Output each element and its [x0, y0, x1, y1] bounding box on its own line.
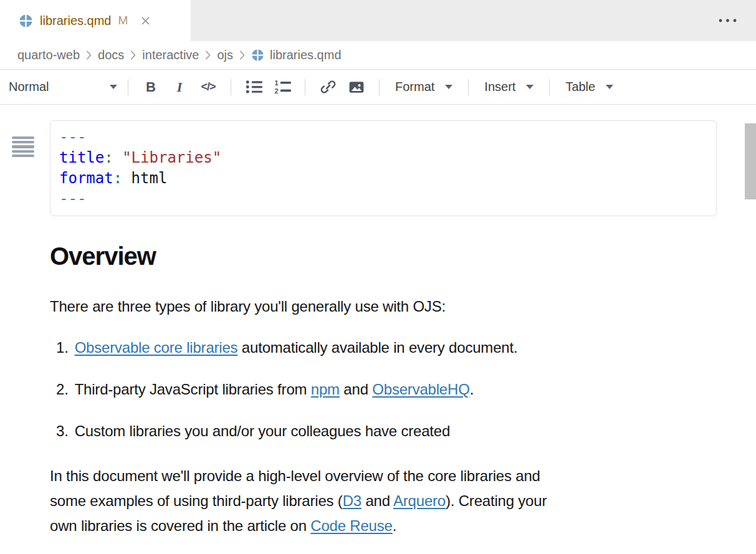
- page-title: Overview: [50, 244, 756, 269]
- code-line: ---: [59, 189, 707, 209]
- text-segment: .: [470, 381, 474, 398]
- list-item-text: Custom libraries you and/or your colleag…: [75, 422, 450, 441]
- code-line: title: "Libraries": [59, 148, 707, 168]
- code-line: format: html: [59, 168, 707, 189]
- toolbar-divider: [231, 79, 231, 95]
- numbered-list-button[interactable]: 1 2: [268, 75, 297, 100]
- library-types-list: 1.Observable core libraries automaticall…: [0, 338, 756, 441]
- formatting-toolbar: Normal B I </> 1 2: [0, 70, 756, 105]
- text-segment: Third-party JavaScript libraries from: [75, 381, 311, 398]
- paragraph-style-label: Normal: [9, 80, 49, 94]
- code-line: ---: [59, 127, 707, 148]
- chevron-down-icon: [110, 85, 117, 89]
- image-button[interactable]: [342, 75, 371, 100]
- breadcrumb-chevron-icon: [205, 50, 211, 60]
- text-segment: In this document we'll provide a high-le…: [50, 467, 540, 484]
- format-menu[interactable]: Format: [388, 80, 460, 94]
- format-menu-label: Format: [395, 80, 434, 94]
- toolbar-divider: [305, 79, 305, 95]
- breadcrumb-item-ojs[interactable]: ojs: [217, 48, 233, 62]
- toolbar-divider: [549, 79, 550, 95]
- breadcrumb-item-docs[interactable]: docs: [98, 48, 124, 62]
- list-item-2: 2.Third-party JavaScript libraries from …: [56, 380, 717, 399]
- chevron-down-icon: [606, 85, 613, 89]
- svg-text:2: 2: [274, 87, 278, 94]
- code-token-key: title: [59, 149, 104, 166]
- italic-button[interactable]: I: [165, 75, 194, 100]
- paragraph-line: some examples of using third-party libra…: [50, 489, 706, 513]
- code-icon: </>: [201, 80, 215, 93]
- bold-icon: B: [146, 79, 156, 95]
- list-item-3: 3.Custom libraries you and/or your colle…: [56, 422, 717, 441]
- quarto-file-icon: [251, 49, 264, 62]
- text-segment: ). Creating your: [446, 492, 547, 509]
- modified-badge: M: [118, 14, 128, 27]
- bulleted-list-button[interactable]: [239, 75, 268, 100]
- table-menu-label: Table: [565, 80, 595, 94]
- bold-button[interactable]: B: [136, 75, 165, 100]
- doc-link-npm[interactable]: npm: [311, 381, 340, 398]
- text-segment: Custom libraries you and/or your colleag…: [75, 423, 450, 439]
- paragraph-style-dropdown[interactable]: Normal: [9, 80, 120, 94]
- toolbar-divider: [128, 79, 128, 95]
- code-token-key: format: [59, 170, 113, 187]
- chevron-down-icon: [445, 85, 452, 89]
- code-token-dash: ---: [59, 190, 86, 208]
- scrollbar-thumb[interactable]: [745, 123, 756, 199]
- link-icon: [320, 79, 336, 95]
- breadcrumb-item-quarto-web[interactable]: quarto-web: [17, 48, 80, 62]
- tab-bar: libraries.qmd M: [0, 0, 756, 41]
- breadcrumb-item-libraries-qmd[interactable]: libraries.qmd: [270, 48, 341, 62]
- list-item-number: 3.: [56, 422, 69, 441]
- document-canvas: ---title: "Libraries"format: html--- Ove…: [0, 120, 756, 554]
- toolbar-divider: [379, 79, 380, 95]
- code-token-colon: :: [113, 170, 122, 187]
- doc-link-observablehq[interactable]: ObservableHQ: [372, 381, 469, 398]
- closing-paragraph: In this document we'll provide a high-le…: [50, 464, 706, 538]
- paragraph-line: own libraries is covered in the article …: [50, 513, 706, 538]
- breadcrumb-chevron-icon: [239, 50, 245, 60]
- code-token-plain: [113, 149, 122, 166]
- code-button[interactable]: </>: [194, 75, 222, 100]
- tab-bar-space: [191, 0, 756, 41]
- drag-handle-icon[interactable]: [12, 136, 34, 157]
- tab-libraries-qmd[interactable]: libraries.qmd M: [0, 0, 191, 41]
- close-icon[interactable]: [140, 16, 151, 26]
- italic-icon: I: [177, 79, 183, 95]
- doc-link-code-reuse[interactable]: Code Reuse: [310, 517, 392, 534]
- table-menu[interactable]: Table: [558, 80, 621, 94]
- quarto-file-icon: [19, 14, 33, 28]
- code-token-dash: ---: [59, 128, 86, 146]
- bulleted-list-icon: [246, 80, 262, 94]
- breadcrumb-chevron-icon: [130, 50, 136, 60]
- text-segment: own libraries is covered in the article …: [50, 517, 310, 534]
- code-token-colon: :: [104, 149, 113, 166]
- insert-menu[interactable]: Insert: [477, 80, 541, 94]
- code-token-string: "Libraries": [122, 149, 221, 166]
- list-item-text: Observable core libraries automatically …: [75, 338, 518, 357]
- breadcrumb-item-interactive[interactable]: interactive: [142, 48, 199, 62]
- text-segment: and: [340, 381, 372, 398]
- paragraph-line: In this document we'll provide a high-le…: [50, 464, 706, 489]
- list-item-1: 1.Observable core libraries automaticall…: [56, 338, 717, 357]
- svg-text:1: 1: [274, 80, 278, 87]
- text-segment: .: [393, 517, 396, 534]
- toolbar-divider: [468, 79, 469, 95]
- link-button[interactable]: [313, 75, 342, 100]
- intro-paragraph: There are three types of library you'll …: [50, 297, 706, 316]
- text-segment: automatically available in every documen…: [237, 339, 517, 356]
- yaml-front-matter-block[interactable]: ---title: "Libraries"format: html---: [50, 120, 717, 216]
- breadcrumb-chevron-icon: [86, 50, 92, 60]
- text-segment: some examples of using third-party libra…: [50, 492, 343, 509]
- insert-menu-label: Insert: [484, 80, 515, 94]
- image-icon: [348, 79, 365, 95]
- tab-filename: libraries.qmd: [40, 14, 111, 28]
- list-item-number: 1.: [56, 338, 69, 357]
- doc-link-arquero[interactable]: Arquero: [393, 492, 446, 509]
- doc-link-observable-core-libraries[interactable]: Observable core libraries: [75, 339, 238, 356]
- doc-link-d3[interactable]: D3: [343, 492, 361, 509]
- text-segment: and: [361, 492, 393, 509]
- chevron-down-icon: [526, 85, 534, 89]
- ellipsis-menu-icon[interactable]: [717, 14, 739, 27]
- list-item-text: Third-party JavaScript libraries from np…: [75, 380, 474, 399]
